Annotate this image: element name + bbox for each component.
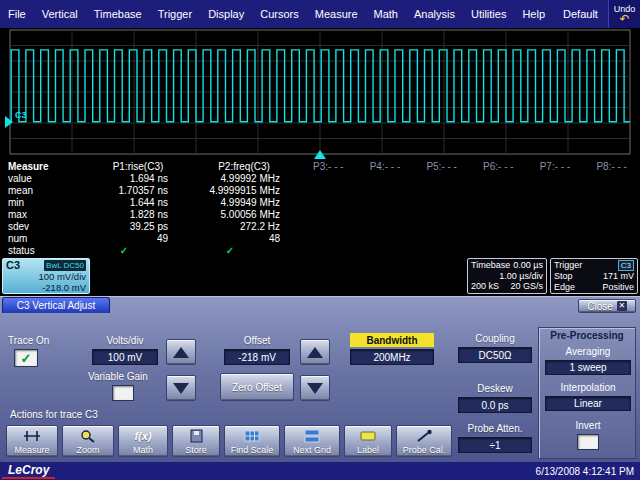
col-p6[interactable]: P6:- - -: [470, 160, 527, 173]
trigger-title: Trigger: [554, 260, 582, 271]
timebase-rate: 20 GS/s: [510, 281, 543, 292]
menu-trigger[interactable]: Trigger: [150, 8, 200, 20]
timebase-samples: 200 kS: [471, 281, 499, 292]
probe-cal-button[interactable]: Probe Cal.: [396, 425, 452, 457]
averaging-field[interactable]: 1 sweep: [545, 360, 631, 375]
cell-value: 1.694 ns: [88, 173, 188, 185]
col-p8[interactable]: P8:- - -: [583, 160, 640, 173]
deskew-field[interactable]: 0.0 ps: [458, 397, 532, 413]
cell-value: 5.00056 MHz: [188, 209, 300, 221]
status-bar: LeCroy 6/13/2008 4:12:41 PM: [0, 462, 640, 480]
menu-cursors[interactable]: Cursors: [252, 8, 307, 20]
close-button[interactable]: Close ✕: [578, 299, 636, 313]
menu-help[interactable]: Help: [514, 8, 553, 20]
timebase-descriptor[interactable]: Timebase0.00 µs 1.00 µs/div 200 kS20 GS/…: [467, 258, 547, 294]
volts-div-field[interactable]: 100 mV: [92, 349, 158, 365]
deskew-label: Deskew: [458, 383, 532, 394]
probe-icon: [414, 428, 434, 443]
cell-value: 272.2 Hz: [188, 221, 300, 233]
tab-c3-vertical-adjust[interactable]: C3 Vertical Adjust: [2, 297, 110, 313]
next-grid-button-label: Next Grid: [293, 445, 331, 455]
menu-utilities[interactable]: Utilities: [463, 8, 514, 20]
cell-value: 4.9999915 MHz: [188, 185, 300, 197]
trace-on-checkbox[interactable]: ✓: [14, 349, 38, 367]
zoom-button-label: Zoom: [76, 445, 99, 455]
row-label: min: [0, 197, 88, 209]
table-row: mean 1.70357 ns 4.9999915 MHz: [0, 185, 640, 197]
row-label: mean: [0, 185, 88, 197]
channel-name: C3: [6, 260, 20, 271]
measure-button-label: Measure: [14, 445, 49, 455]
table-row: value 1.694 ns 4.99992 MHz: [0, 173, 640, 185]
variable-gain-checkbox[interactable]: [112, 385, 134, 401]
find-scale-button-label: Find Scale: [231, 445, 274, 455]
col-p7[interactable]: P7:- - -: [527, 160, 584, 173]
trigger-descriptor[interactable]: TriggerC3 Stop171 mV EdgePositive: [550, 258, 638, 294]
fx-icon: f(x): [134, 428, 151, 443]
channel-label[interactable]: C3: [15, 110, 27, 120]
probe-cal-button-label: Probe Cal.: [403, 445, 446, 455]
next-grid-button[interactable]: Next Grid: [284, 425, 340, 457]
undo-button[interactable]: Undo ↶: [608, 0, 640, 28]
offset-label: Offset: [224, 335, 290, 346]
zero-offset-button[interactable]: Zero Offset: [220, 373, 294, 401]
datetime: 6/13/2008 4:12:41 PM: [536, 466, 640, 477]
interpolation-label: Interpolation: [539, 382, 637, 393]
col-p1[interactable]: P1:rise(C3): [88, 160, 188, 173]
trigger-type: Edge: [554, 282, 575, 293]
measure-button[interactable]: Measure: [6, 425, 58, 457]
channel-descriptor-c3[interactable]: C3 BwL DC50 100 mV/div -218.0 mV: [2, 258, 90, 294]
menu-analysis[interactable]: Analysis: [406, 8, 463, 20]
volts-div-up-button[interactable]: [166, 339, 196, 365]
timebase-position: 0.00 µs: [513, 260, 543, 271]
cell-value: 4.99949 MHz: [188, 197, 300, 209]
menu-measure[interactable]: Measure: [307, 8, 366, 20]
zoom-button[interactable]: Zoom: [62, 425, 114, 457]
find-scale-icon: [242, 428, 262, 443]
invert-label: Invert: [539, 420, 637, 431]
cell-value: 1.70357 ns: [88, 185, 188, 197]
bandwidth-label: Bandwidth: [350, 333, 434, 347]
math-button[interactable]: f(x) Math: [118, 425, 168, 457]
invert-checkbox[interactable]: [577, 434, 599, 450]
col-p2[interactable]: P2:freq(C3): [188, 160, 300, 173]
magnifier-icon: [78, 428, 98, 443]
menu-timebase[interactable]: Timebase: [86, 8, 150, 20]
trigger-level: 171 mV: [603, 271, 634, 282]
volts-div-down-button[interactable]: [166, 375, 196, 401]
menu-math[interactable]: Math: [366, 8, 406, 20]
math-button-label: Math: [133, 445, 153, 455]
col-p4[interactable]: P4:- - -: [357, 160, 414, 173]
offset-down-button[interactable]: [300, 375, 330, 401]
store-button[interactable]: Store: [172, 425, 220, 457]
default-setup-button[interactable]: Default: [553, 8, 608, 20]
table-row: max 1.828 ns 5.00056 MHz: [0, 209, 640, 221]
col-p3[interactable]: P3:- - -: [300, 160, 357, 173]
menu-display[interactable]: Display: [200, 8, 252, 20]
next-grid-icon: [302, 428, 322, 443]
lecroy-logo: LeCroy: [2, 463, 55, 479]
menu-file[interactable]: File: [0, 8, 34, 20]
menu-vertical[interactable]: Vertical: [34, 8, 86, 20]
coupling-label: Coupling: [458, 333, 532, 344]
find-scale-button[interactable]: Find Scale: [224, 425, 280, 457]
cell-value: 1.644 ns: [88, 197, 188, 209]
store-icon: [186, 428, 206, 443]
offset-up-button[interactable]: [300, 339, 330, 365]
probe-atten-field[interactable]: ÷1: [458, 437, 532, 453]
bandwidth-field[interactable]: 200MHz: [350, 349, 434, 365]
measure-header-row: Measure P1:rise(C3) P2:freq(C3) P3:- - -…: [0, 160, 640, 173]
trigger-slope: Positive: [602, 282, 634, 293]
table-row: sdev 39.25 ps 272.2 Hz: [0, 221, 640, 233]
label-button[interactable]: Label: [344, 425, 392, 457]
preprocessing-panel: Pre-Processing Averaging 1 sweep Interpo…: [538, 327, 636, 459]
interpolation-field[interactable]: Linear: [545, 396, 631, 411]
offset-field[interactable]: -218 mV: [224, 349, 290, 365]
up-arrow-icon: [173, 347, 189, 358]
coupling-badge: BwL DC50: [44, 260, 86, 271]
coupling-field[interactable]: DC50Ω: [458, 347, 532, 363]
averaging-label: Averaging: [539, 346, 637, 357]
col-p5[interactable]: P5:- - -: [413, 160, 470, 173]
trace-on-label: Trace On: [8, 335, 49, 346]
c3-vertical-adjust-dialog: C3 Vertical Adjust Close ✕ Trace On ✓ Vo…: [0, 296, 640, 462]
